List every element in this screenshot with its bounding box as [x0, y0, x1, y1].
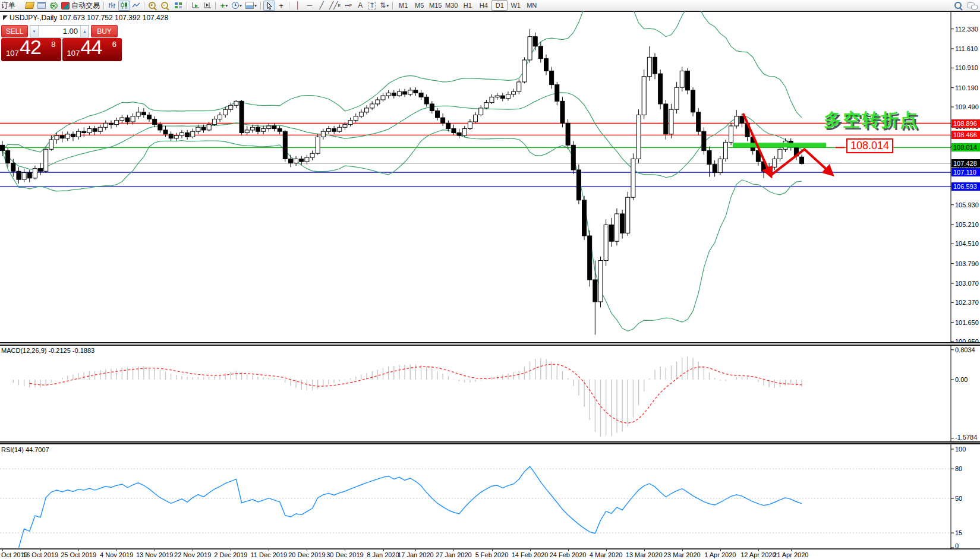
macd-axis-label: -1.5784: [955, 434, 977, 441]
macd-panel[interactable]: 0.80340.00-1.5784: [0, 346, 980, 441]
dropdown-arrow-icon[interactable]: ▾: [225, 3, 228, 8]
auto-scroll-button[interactable]: [190, 1, 201, 11]
price-tag: 108.896: [951, 119, 980, 128]
date-label: 8 Jan 2020: [367, 551, 399, 558]
toolbar-separator: [103, 2, 105, 10]
text-label-tool-button[interactable]: T: [366, 1, 378, 11]
channel-tool-button[interactable]: ╱╱E: [327, 1, 342, 11]
support-bar-annotation[interactable]: [733, 143, 826, 147]
macd-axis-label: 0.8034: [955, 346, 975, 353]
date-label: 12 Apr 2020: [740, 551, 776, 558]
tile-windows-button[interactable]: [172, 1, 185, 11]
timeframe-m30-button[interactable]: M30: [443, 0, 459, 11]
toolbar-separator: [187, 2, 188, 10]
trendline-tool-button[interactable]: ╱: [316, 1, 327, 11]
horizontal-line-icon: ─: [307, 1, 313, 10]
price-tag: 106.593: [951, 182, 980, 191]
chart-shift-icon: [203, 2, 212, 9]
cursor-tool-button[interactable]: [263, 1, 275, 11]
text-tool-button[interactable]: A: [354, 1, 366, 11]
bar-chart-button[interactable]: [106, 1, 118, 11]
timeframe-w1-button[interactable]: W1: [508, 0, 524, 11]
vertical-line-tool-button[interactable]: │: [292, 1, 304, 11]
one-click-collapse-icon[interactable]: [3, 15, 8, 20]
volume-input[interactable]: [39, 26, 80, 37]
toolbar-separator: [260, 2, 261, 10]
timeframe-m1-button[interactable]: M1: [395, 0, 411, 11]
macd-axis-label: 0.00: [955, 376, 968, 383]
dropdown-arrow-icon[interactable]: ▾: [240, 3, 242, 8]
search-button[interactable]: [953, 1, 965, 11]
toolbar-separator: [215, 2, 216, 10]
date-label: 1 Apr 2020: [704, 551, 736, 558]
symbol-period-label: USDJPY-,Daily: [10, 14, 57, 22]
line-chart-button[interactable]: [130, 1, 142, 11]
rsi-panel[interactable]: 1008050150: [0, 444, 980, 549]
timeframe-m15-button[interactable]: M15: [427, 0, 443, 11]
fibo-suffix-label: F: [349, 4, 352, 8]
panel-divider[interactable]: [0, 342, 980, 346]
trend-arrow-annotation[interactable]: [805, 149, 832, 174]
rsi-line: [19, 466, 802, 548]
timeframe-h1-button[interactable]: H1: [459, 0, 475, 11]
history-book-icon: [25, 2, 34, 9]
arrows-tool-icon: ⇅: [380, 1, 386, 10]
trendline-icon: ╱: [319, 1, 323, 10]
bollinger-lower: [2, 130, 802, 331]
rsi-indicator-label: RSI(14) 44.7007: [1, 446, 49, 453]
print-preview-button[interactable]: [36, 1, 48, 11]
signals-button[interactable]: [48, 1, 59, 11]
ohlc-values-label: 107.673 107.752 107.392 107.428: [59, 14, 169, 22]
date-label: 11 Dec 2019: [251, 551, 288, 558]
clock-icon: [232, 2, 239, 9]
sell-price-big-digits: 42: [20, 36, 41, 59]
equidistant-channel-icon: ╱╱: [329, 1, 338, 10]
expert-advisor-icon: [61, 2, 70, 10]
date-label: 17 Jan 2020: [398, 551, 434, 558]
candlestick-chart-button[interactable]: [118, 1, 130, 11]
timeframe-d1-button[interactable]: D1: [491, 0, 508, 11]
sell-price-display[interactable]: 107 42 8: [1, 38, 61, 61]
annotation-price-label[interactable]: 108.014: [846, 138, 893, 153]
price-axis-label: 112.330: [955, 26, 978, 33]
buy-price-display[interactable]: 107 44 6: [62, 38, 122, 61]
add-indicator-icon: +: [220, 2, 225, 10]
fibonacci-tool-button[interactable]: ┅F: [342, 1, 354, 11]
dropdown-arrow-icon[interactable]: ▾: [254, 3, 257, 8]
indicators-button[interactable]: +▾: [218, 1, 230, 11]
annotation-text[interactable]: 多空转折点: [824, 108, 919, 132]
dropdown-arrow-icon[interactable]: ▾: [386, 3, 389, 8]
crosshair-tool-button[interactable]: +: [275, 1, 287, 11]
zoom-in-button[interactable]: +: [147, 1, 159, 11]
horizontal-line-tool-button[interactable]: ─: [304, 1, 316, 11]
main-chart[interactable]: 112.330111.610110.910110.190109.490108.7…: [0, 11, 980, 342]
date-label: 21 Apr 2020: [773, 551, 808, 558]
templates-button[interactable]: ▾: [244, 1, 259, 11]
price-axis-label: 101.650: [955, 319, 979, 326]
timeframe-h4-button[interactable]: H4: [475, 0, 491, 11]
arrows-tool-button[interactable]: ⇅▾: [378, 1, 390, 11]
buy-price-prefix: 107: [67, 49, 80, 58]
zoom-in-icon: +: [149, 2, 156, 9]
timeframe-m5-button[interactable]: M5: [411, 0, 427, 11]
text-label-icon: T: [368, 2, 376, 10]
price-axis-label: 105.210: [955, 221, 979, 228]
chat-button[interactable]: [965, 1, 980, 11]
chart-shift-button[interactable]: [201, 1, 213, 11]
zoom-out-button[interactable]: −: [159, 1, 172, 11]
chat-icon: [967, 2, 975, 8]
panel-divider[interactable]: [0, 441, 980, 444]
autotrading-label: 自动交易: [71, 1, 100, 11]
new-order-button[interactable]: 新订单: [0, 1, 24, 11]
sell-price-prefix: 107: [6, 49, 19, 58]
history-center-button[interactable]: [24, 1, 36, 11]
periods-button[interactable]: ▾: [230, 1, 244, 11]
timeframe-mn-button[interactable]: MN: [524, 0, 540, 11]
price-tag: 107.110: [951, 168, 980, 176]
price-axis-label: 103.790: [955, 260, 979, 267]
autotrading-button[interactable]: 自动交易: [59, 1, 102, 11]
price-axis-label: 109.490: [955, 103, 979, 110]
price-axis-label: 110.190: [955, 84, 978, 91]
price-axis-label: 110.910: [955, 64, 978, 71]
print-preview-icon: [37, 2, 46, 9]
